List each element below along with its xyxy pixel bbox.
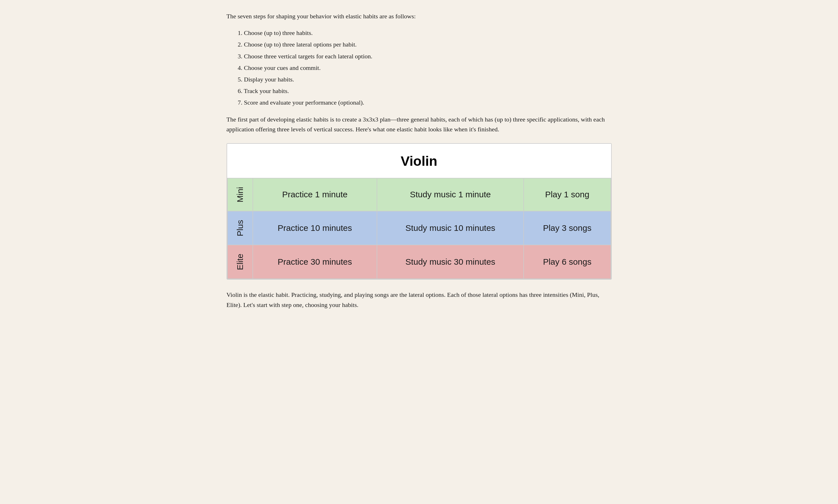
plus-cell-3: Play 3 songs bbox=[524, 211, 611, 245]
plus-row: Plus Practice 10 minutes Study music 10 … bbox=[227, 211, 611, 245]
mini-label: Mini bbox=[227, 178, 253, 211]
plus-cell-1: Practice 10 minutes bbox=[253, 211, 377, 245]
intro-paragraph-2: The first part of developing elastic hab… bbox=[226, 114, 612, 134]
step-2: 2. Choose (up to) three lateral options … bbox=[238, 39, 612, 49]
mini-row: Mini Practice 1 minute Study music 1 min… bbox=[227, 178, 611, 211]
intro-paragraph-1: The seven steps for shaping your behavio… bbox=[226, 11, 612, 21]
mini-cell-3: Play 1 song bbox=[524, 178, 611, 211]
plus-cell-2: Study music 10 minutes bbox=[377, 211, 524, 245]
habit-table: Mini Practice 1 minute Study music 1 min… bbox=[227, 178, 611, 280]
steps-list: 1. Choose (up to) three habits. 2. Choos… bbox=[238, 28, 612, 107]
mini-cell-2: Study music 1 minute bbox=[377, 178, 524, 211]
step-3: 3. Choose three vertical targets for eac… bbox=[238, 51, 612, 61]
plus-label: Plus bbox=[227, 211, 253, 245]
outro-paragraph: Violin is the elastic habit. Practicing,… bbox=[226, 290, 612, 309]
elite-row: Elite Practice 30 minutes Study music 30… bbox=[227, 245, 611, 279]
step-7: 7. Score and evaluate your performance (… bbox=[238, 97, 612, 107]
table-title: Violin bbox=[227, 144, 611, 178]
habit-table-container: Violin Mini Practice 1 minute Study musi… bbox=[226, 143, 612, 280]
mini-cell-1: Practice 1 minute bbox=[253, 178, 377, 211]
elite-label: Elite bbox=[227, 245, 253, 279]
elite-cell-1: Practice 30 minutes bbox=[253, 245, 377, 279]
step-6: 6. Track your habits. bbox=[238, 86, 612, 96]
step-4: 4. Choose your cues and commit. bbox=[238, 63, 612, 73]
step-5: 5. Display your habits. bbox=[238, 74, 612, 84]
elite-cell-3: Play 6 songs bbox=[524, 245, 611, 279]
step-1: 1. Choose (up to) three habits. bbox=[238, 28, 612, 38]
elite-cell-2: Study music 30 minutes bbox=[377, 245, 524, 279]
